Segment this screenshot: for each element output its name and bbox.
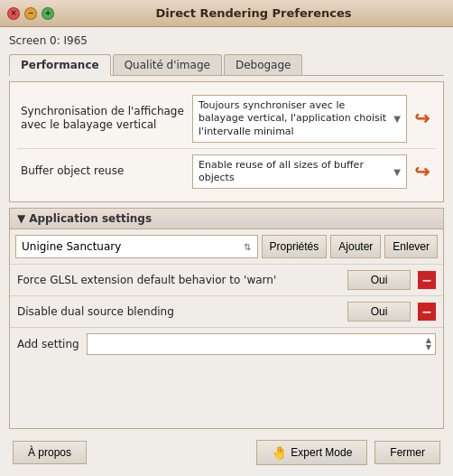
buffer-label: Buffer object reuse <box>21 164 192 179</box>
window-title: Direct Rendering Preferences <box>61 6 446 20</box>
proprietes-button[interactable]: Propriétés <box>262 235 328 258</box>
glsl-oui-button[interactable]: Oui <box>347 270 411 290</box>
add-setting-select[interactable]: ▲ ▼ <box>87 333 436 355</box>
blend-remove-button[interactable]: − <box>418 303 436 321</box>
collapse-icon: ▼ <box>17 212 25 225</box>
expert-label: Expert Mode <box>291 446 352 459</box>
spin-arrows-icon: ▲ ▼ <box>426 337 431 351</box>
app-select-arrows-icon: ⇅ <box>244 242 251 252</box>
app-settings-header[interactable]: ▼ Application settings <box>10 209 443 229</box>
screen-label: Screen 0: I965 <box>9 34 444 47</box>
window-controls[interactable]: × − + <box>7 7 54 20</box>
add-setting-row: Add setting ▲ ▼ <box>10 328 443 360</box>
minus-icon: − <box>421 273 432 287</box>
sync-label: Synchronisation de l'affichage avec le b… <box>21 105 192 133</box>
hand-icon: 🤚 <box>272 445 287 460</box>
title-bar: × − + Direct Rendering Preferences <box>0 0 453 27</box>
app-selector-row: Unigine Sanctuary ⇅ Propriétés Ajouter E… <box>10 229 443 265</box>
buffer-control: Enable reuse of all sizes of buffer obje… <box>192 154 432 190</box>
close-button[interactable]: × <box>7 7 20 20</box>
buffer-row: Buffer object reuse Enable reuse of all … <box>17 149 436 195</box>
blend-setting-row: Disable dual source blending Oui − <box>10 296 443 328</box>
app-settings-title: Application settings <box>29 212 152 225</box>
glsl-setting-row: Force GLSL extension default behavior to… <box>10 265 443 296</box>
buffer-select[interactable]: Enable reuse of all sizes of buffer obje… <box>192 154 407 190</box>
app-select-value: Unigine Sanctuary <box>22 240 121 253</box>
main-content: Screen 0: I965 Performance Qualité d'ima… <box>0 27 453 476</box>
glsl-label: Force GLSL extension default behavior to… <box>17 274 340 288</box>
sync-value: Toujours synchroniser avec le balayage v… <box>199 99 390 138</box>
expert-mode-button[interactable]: 🤚 Expert Mode <box>256 440 367 465</box>
bottom-bar: À propos 🤚 Expert Mode Fermer <box>9 434 444 469</box>
buffer-reset-icon: ↩ <box>414 161 430 182</box>
add-setting-label: Add setting <box>17 338 79 350</box>
sync-reset-icon: ↩ <box>414 107 430 129</box>
tab-debogage[interactable]: Debogage <box>224 54 303 75</box>
minimize-button[interactable]: − <box>24 7 37 20</box>
blend-minus-icon: − <box>421 304 432 319</box>
ajouter-button[interactable]: Ajouter <box>330 235 381 258</box>
blend-label: Disable dual source blending <box>17 305 340 320</box>
performance-panel: Synchronisation de l'affichage avec le b… <box>9 81 444 202</box>
sync-reset-button[interactable]: ↩ <box>411 107 432 129</box>
app-select-dropdown[interactable]: Unigine Sanctuary ⇅ <box>15 235 258 258</box>
glsl-remove-button[interactable]: − <box>418 271 436 289</box>
buffer-arrow-icon: ▼ <box>393 166 401 178</box>
tab-bar: Performance Qualité d'image Debogage <box>9 54 444 76</box>
sync-row: Synchronisation de l'affichage avec le b… <box>17 89 436 149</box>
tab-qualite[interactable]: Qualité d'image <box>113 54 222 75</box>
buffer-reset-button[interactable]: ↩ <box>411 161 432 182</box>
sync-control: Toujours synchroniser avec le balayage v… <box>192 95 432 143</box>
fermer-button[interactable]: Fermer <box>374 441 440 464</box>
sync-select[interactable]: Toujours synchroniser avec le balayage v… <box>192 95 407 143</box>
buffer-value: Enable reuse of all sizes of buffer obje… <box>199 159 390 185</box>
sync-arrow-icon: ▼ <box>393 113 401 125</box>
blend-oui-button[interactable]: Oui <box>347 302 411 322</box>
apropos-button[interactable]: À propos <box>13 441 87 464</box>
maximize-button[interactable]: + <box>42 7 54 20</box>
app-settings-section: ▼ Application settings Unigine Sanctuary… <box>9 208 444 429</box>
tab-performance[interactable]: Performance <box>9 54 111 76</box>
enlever-button[interactable]: Enlever <box>384 235 438 258</box>
